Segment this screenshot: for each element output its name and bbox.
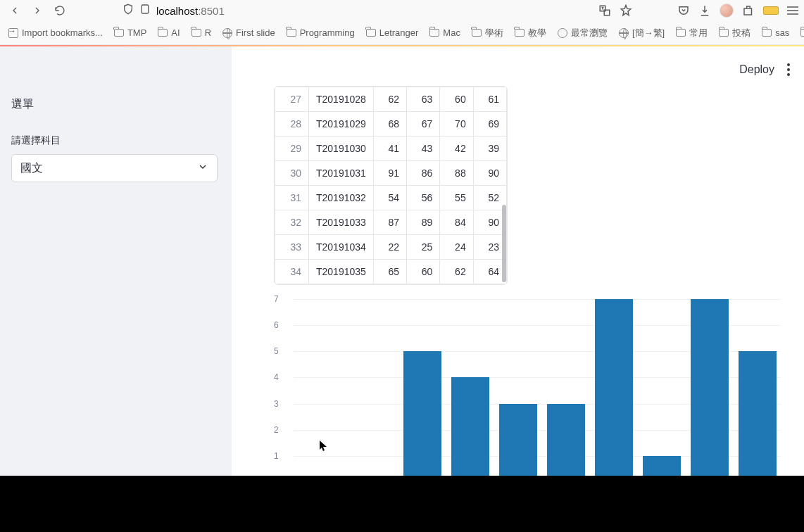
bookmark-item[interactable]: Programming bbox=[282, 25, 359, 41]
table-cell: 22 bbox=[373, 235, 406, 260]
table-row[interactable]: 31T2019103254565552 bbox=[275, 186, 507, 210]
table-cell: 62 bbox=[373, 87, 406, 112]
table-cell: 65 bbox=[373, 260, 406, 284]
bookmark-item[interactable]: [簡→繁] bbox=[615, 24, 669, 42]
bookmark-label: Import bookmarks... bbox=[22, 27, 103, 38]
bookmark-item[interactable]: Mac bbox=[425, 25, 465, 41]
table-cell: 25 bbox=[407, 235, 440, 260]
table-row[interactable]: 29T2019103041434239 bbox=[275, 137, 507, 161]
table-cell: 39 bbox=[473, 137, 506, 161]
svg-rect-3 bbox=[744, 8, 752, 15]
table-cell: 55 bbox=[440, 186, 473, 210]
kebab-menu-icon[interactable] bbox=[787, 63, 790, 76]
table-cell: T20191030 bbox=[309, 137, 374, 161]
keyboard-icon[interactable] bbox=[763, 6, 779, 15]
bookmark-label: Letranger bbox=[379, 27, 419, 38]
table-cell: 41 bbox=[373, 137, 406, 161]
folder-icon bbox=[287, 29, 296, 37]
globe-icon bbox=[619, 28, 629, 38]
url-text: localhost:8501 bbox=[156, 5, 225, 17]
table-cell: 30 bbox=[275, 161, 309, 186]
select-label: 請選擇科目 bbox=[11, 134, 218, 147]
table-cell: 69 bbox=[473, 112, 506, 137]
back-button[interactable] bbox=[6, 1, 24, 20]
bookmark-label: First slide bbox=[236, 27, 275, 38]
bookmark-item[interactable]: 常用 bbox=[672, 24, 712, 42]
bookmark-item[interactable]: AI bbox=[153, 25, 184, 41]
subject-select[interactable]: 國文 bbox=[11, 154, 218, 182]
bookmark-item[interactable]: 學術 bbox=[467, 24, 508, 42]
bookmark-item[interactable]: 投稿 bbox=[715, 24, 755, 42]
bookmark-label: 學術 bbox=[485, 27, 503, 39]
bookmark-item[interactable]: 最常瀏覽 bbox=[553, 24, 612, 42]
table-cell: 91 bbox=[373, 161, 406, 186]
folder-icon bbox=[429, 29, 439, 37]
table-row[interactable]: 30T2019103191868890 bbox=[275, 161, 507, 186]
bar[interactable] bbox=[595, 299, 633, 476]
bookmark-label: 常用 bbox=[689, 27, 708, 39]
table-cell: 68 bbox=[373, 112, 406, 137]
bookmark-label: 教學 bbox=[528, 27, 546, 39]
bar[interactable] bbox=[547, 404, 585, 476]
bookmark-item[interactable]: Import bookmarks... bbox=[4, 25, 107, 41]
table-row[interactable]: 33T2019103422252423 bbox=[275, 235, 507, 260]
y-tick-label: 3 bbox=[274, 399, 279, 409]
table-cell: 86 bbox=[407, 161, 440, 186]
page-icon bbox=[139, 4, 151, 18]
forward-button[interactable] bbox=[28, 1, 46, 20]
shield-icon bbox=[123, 4, 134, 18]
bottom-black-bar bbox=[0, 476, 804, 532]
table-cell: T20191035 bbox=[309, 260, 374, 284]
bookmark-item[interactable]: 教學 bbox=[510, 24, 551, 42]
table-cell: 89 bbox=[407, 210, 440, 235]
bookmark-item[interactable]: Letranger bbox=[362, 25, 423, 41]
y-tick-label: 1 bbox=[274, 451, 279, 461]
table-cell: T20191031 bbox=[309, 161, 374, 186]
bar[interactable] bbox=[403, 351, 441, 476]
table-row[interactable]: 28T2019102968677069 bbox=[275, 112, 507, 137]
globe-icon bbox=[222, 28, 232, 38]
folder-icon bbox=[800, 29, 804, 37]
bar[interactable] bbox=[739, 351, 777, 476]
bookmark-label: 投稿 bbox=[732, 27, 750, 39]
table-cell: 34 bbox=[275, 260, 309, 284]
reload-button[interactable] bbox=[51, 1, 69, 20]
bar[interactable] bbox=[691, 299, 729, 476]
table-row[interactable]: 34T2019103565606264 bbox=[275, 260, 507, 284]
table-cell: T20191034 bbox=[309, 235, 374, 260]
address-bar[interactable]: localhost:8501 bbox=[73, 4, 594, 18]
bookmark-item[interactable]: TMP bbox=[110, 25, 151, 41]
bar-chart[interactable]: 1234567 bbox=[274, 299, 781, 476]
table-cell: 54 bbox=[373, 186, 406, 210]
pocket-icon[interactable] bbox=[677, 4, 690, 17]
bar[interactable] bbox=[451, 377, 489, 476]
bookmark-label: [簡→繁] bbox=[632, 27, 665, 39]
bookmark-item[interactable]: 攝影 bbox=[796, 24, 804, 42]
bookmark-item[interactable]: R bbox=[187, 25, 215, 41]
folder-icon bbox=[719, 29, 729, 37]
bar[interactable] bbox=[643, 456, 681, 476]
table-row[interactable]: 27T2019102862636061 bbox=[275, 87, 507, 112]
deploy-button[interactable]: Deploy bbox=[739, 63, 774, 76]
bookmark-item[interactable]: First slide bbox=[218, 25, 279, 41]
download-icon[interactable] bbox=[698, 4, 711, 17]
table-row[interactable]: 32T2019103387898490 bbox=[275, 210, 507, 235]
gear-icon bbox=[558, 28, 567, 38]
table-cell: 60 bbox=[407, 260, 440, 284]
extensions-icon[interactable] bbox=[742, 4, 755, 17]
table-scrollbar[interactable] bbox=[502, 205, 506, 282]
bookmark-item[interactable]: sas bbox=[758, 25, 793, 41]
sidebar: 選單 請選擇科目 國文 bbox=[0, 46, 232, 476]
star-icon[interactable] bbox=[620, 4, 632, 17]
translate-icon[interactable] bbox=[598, 4, 611, 17]
folder-icon bbox=[676, 29, 686, 37]
profile-avatar[interactable] bbox=[720, 4, 734, 18]
menu-icon[interactable] bbox=[787, 6, 798, 15]
table-cell: 63 bbox=[407, 87, 440, 112]
browser-toolbar: localhost:8501 bbox=[0, 0, 804, 21]
table-cell: 56 bbox=[407, 186, 440, 210]
table-cell: 31 bbox=[275, 186, 309, 210]
bar[interactable] bbox=[499, 404, 537, 476]
data-table[interactable]: 27T201910286263606128T201910296867706929… bbox=[274, 86, 508, 285]
table-cell: T20191029 bbox=[309, 112, 374, 137]
